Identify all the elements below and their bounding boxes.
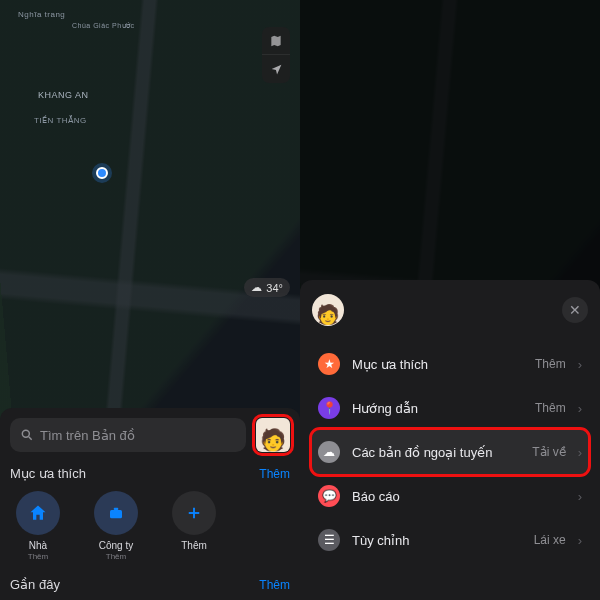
map-layers-button[interactable] [262, 27, 290, 55]
chevron-right-icon: › [578, 489, 582, 504]
favorites-heading: Mục ưa thích [10, 466, 86, 481]
favorites-row: Nhà Thêm Công ty Thêm Thêm [10, 491, 290, 561]
map-label: Nghĩa trang [18, 10, 65, 19]
favorite-add[interactable]: Thêm [166, 491, 222, 561]
menu-offline-maps[interactable]: ☁ Các bản đồ ngoại tuyến Tải về › [312, 430, 588, 474]
svg-rect-3 [114, 508, 119, 510]
menu-favorites[interactable]: ★ Mục ưa thích Thêm › [312, 342, 588, 386]
map-icon [269, 34, 283, 48]
cloud-off-icon: ☁ [318, 441, 340, 463]
guide-icon: 📍 [318, 397, 340, 419]
plus-icon [185, 504, 203, 522]
memoji-icon: 🧑 [260, 428, 286, 452]
recent-heading: Gần đây [10, 577, 60, 592]
svg-point-0 [22, 430, 29, 437]
report-icon: 💬 [318, 485, 340, 507]
home-icon [28, 503, 48, 523]
search-input[interactable]: Tìm trên Bản đồ [10, 418, 246, 452]
briefcase-icon [107, 504, 125, 522]
chevron-right-icon: › [578, 357, 582, 372]
menu-customize[interactable]: ☰ Tùy chỉnh Lái xe › [312, 518, 588, 562]
bottom-sheet: Tìm trên Bản đồ 🧑 Mục ưa thích Thêm Nhà … [0, 408, 300, 600]
menu-report[interactable]: 💬 Báo cáo › [312, 474, 588, 518]
favorites-more-link[interactable]: Thêm [259, 467, 290, 481]
map-label: TIỀN THẮNG [34, 116, 87, 125]
cloud-icon: ☁ [251, 281, 262, 294]
search-placeholder: Tìm trên Bản đồ [40, 428, 135, 443]
close-button[interactable]: ✕ [562, 297, 588, 323]
profile-avatar[interactable]: 🧑 [312, 294, 344, 326]
close-icon: ✕ [569, 302, 581, 318]
recent-more-link[interactable]: Thêm [259, 578, 290, 592]
svg-rect-2 [110, 510, 122, 518]
memoji-icon: 🧑 [316, 303, 340, 326]
chevron-right-icon: › [578, 533, 582, 548]
location-arrow-icon [270, 63, 283, 76]
weather-badge[interactable]: ☁ 34° [244, 278, 290, 297]
favorite-home[interactable]: Nhà Thêm [10, 491, 66, 561]
favorite-work[interactable]: Công ty Thêm [88, 491, 144, 561]
left-screenshot: Nghĩa trang Chùa Giác Phước KHANG AN TIỀ… [0, 0, 300, 600]
profile-avatar[interactable]: 🧑 [256, 418, 290, 452]
sliders-icon: ☰ [318, 529, 340, 551]
map-label: KHANG AN [38, 90, 89, 100]
svg-line-1 [29, 437, 32, 440]
search-icon [20, 428, 34, 442]
chevron-right-icon: › [578, 401, 582, 416]
temperature: 34° [266, 282, 283, 294]
locate-button[interactable] [262, 55, 290, 83]
profile-sheet: 🧑 ✕ ★ Mục ưa thích Thêm › 📍 Hướng dẫn Th… [300, 280, 600, 600]
map-controls [262, 27, 290, 83]
current-location-dot [96, 167, 108, 179]
chevron-right-icon: › [578, 445, 582, 460]
star-icon: ★ [318, 353, 340, 375]
right-screenshot: 🧑 ✕ ★ Mục ưa thích Thêm › 📍 Hướng dẫn Th… [300, 0, 600, 600]
menu-guides[interactable]: 📍 Hướng dẫn Thêm › [312, 386, 588, 430]
map-label: Chùa Giác Phước [72, 22, 135, 30]
